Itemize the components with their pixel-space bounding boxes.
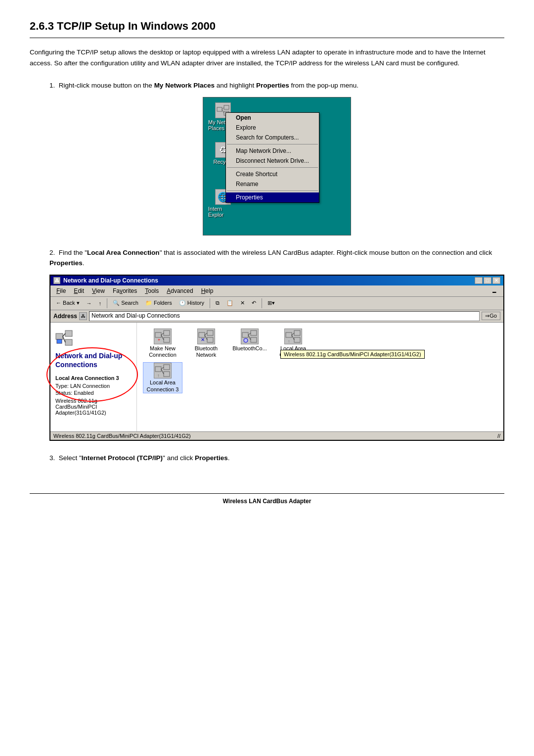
copy-button[interactable]: ⧉	[213, 299, 222, 307]
context-menu-open[interactable]: Open	[226, 113, 319, 123]
menu-advanced[interactable]: Advanced	[163, 286, 197, 295]
icon-bluetooth-co[interactable]: BluetoothCo...	[230, 329, 269, 358]
svg-rect-13	[164, 337, 170, 342]
address-label: Address	[53, 313, 77, 320]
page-footer: Wireless LAN CardBus Adapter	[30, 493, 504, 505]
svg-line-32	[292, 333, 294, 335]
context-menu-map[interactable]: Map Network Drive...	[226, 146, 319, 156]
step-3-text: 3. Select "Internet Protocol (TCP/IP)" a…	[49, 453, 504, 464]
svg-line-33	[292, 335, 294, 340]
svg-rect-31	[294, 337, 300, 342]
section-divider	[30, 38, 504, 38]
restore-button[interactable]: □	[484, 277, 491, 284]
context-menu-search[interactable]: Search for Computers...	[226, 133, 319, 142]
sidebar-title: Network and Dial-up Connections	[55, 351, 132, 369]
connection-tooltip: Wireless 802.11g CardBus/MiniPCI Adapter…	[280, 350, 425, 359]
icon-make-new-connection[interactable]: + Make NewConnection	[143, 329, 182, 358]
back-button[interactable]: ← Back ▾	[53, 299, 82, 307]
menu-edit[interactable]: Edit	[70, 286, 88, 295]
svg-rect-11	[155, 332, 161, 337]
step-1: 1. Right-click mouse button on the My Ne…	[49, 80, 504, 236]
svg-line-14	[161, 333, 164, 335]
dialog-title-bar: 🖧 Network and Dial-up Connections _ □ ✕	[50, 276, 503, 285]
local-area-connection-3-label: Local AreaConnection 3	[147, 379, 179, 392]
dialog-statusbar: Wireless 802.11g CardBus/MiniPCI Adapter…	[50, 431, 503, 440]
close-button[interactable]: ✕	[492, 277, 500, 284]
network-connections-dialog: 🖧 Network and Dial-up Connections _ □ ✕ …	[49, 275, 504, 441]
svg-line-38	[161, 367, 164, 369]
menu-tools[interactable]: Tools	[141, 286, 163, 295]
svg-line-4	[222, 109, 224, 113]
svg-rect-25	[251, 337, 257, 342]
dialog-sidebar: Network and Dial-up Connections Local Ar…	[50, 323, 137, 431]
statusbar-resize: //	[497, 433, 500, 439]
svg-rect-36	[164, 365, 170, 370]
undo-button[interactable]: ↶	[249, 299, 259, 307]
toolbar-sep2	[210, 298, 210, 308]
svg-rect-6	[65, 331, 72, 336]
sidebar-connection-name: Local Area Connection 3	[55, 375, 132, 381]
sidebar-main-icon	[55, 329, 132, 347]
svg-text:+: +	[158, 337, 160, 342]
views-button[interactable]: ⊞▾	[265, 299, 277, 307]
minimize-button[interactable]: _	[475, 277, 483, 284]
internet-label: Intern Explor	[208, 206, 238, 218]
menu-file[interactable]: File	[52, 286, 70, 295]
svg-rect-12	[164, 331, 170, 335]
svg-rect-24	[251, 331, 257, 335]
context-menu: Open Explore Search for Computers... Map…	[225, 112, 319, 203]
context-menu-sep1	[227, 144, 318, 144]
sidebar-type: Type: LAN Connection	[55, 383, 132, 389]
step-2: 2. Find the "Local Area Connection" that…	[49, 247, 504, 441]
statusbar-text: Wireless 802.11g CardBus/MiniPCI Adapter…	[53, 433, 191, 439]
svg-line-20	[205, 333, 207, 335]
context-menu-sep2	[227, 167, 318, 168]
icon-bluetooth-network[interactable]: ✕ BluetoothNetwork	[186, 329, 226, 358]
svg-text:↑: ↑	[288, 339, 290, 343]
step-1-text: 1. Right-click mouse button on the My Ne…	[49, 80, 504, 91]
step-3: 3. Select "Internet Protocol (TCP/IP)" a…	[49, 453, 504, 464]
go-button[interactable]: ⇒Go	[482, 312, 500, 320]
svg-rect-0	[217, 107, 222, 111]
context-menu-sep3	[227, 190, 318, 191]
dialog-title-text: Network and Dial-up Connections	[63, 277, 158, 284]
context-menu-rename[interactable]: Rename	[226, 179, 319, 189]
context-menu-shortcut[interactable]: Create Shortcut	[226, 169, 319, 179]
up-button[interactable]: ↑	[96, 299, 104, 307]
menu-view[interactable]: View	[88, 286, 109, 295]
svg-rect-10	[57, 339, 62, 343]
context-menu-disconnect[interactable]: Disconnect Network Drive...	[226, 156, 319, 166]
step-2-number: 2.	[49, 249, 55, 256]
forward-button[interactable]: →	[84, 299, 94, 307]
svg-rect-37	[164, 372, 170, 377]
svg-rect-23	[242, 332, 248, 337]
menu-help[interactable]: Help	[197, 286, 218, 295]
search-button[interactable]: 🔍 Search	[110, 299, 141, 307]
bluetooth-network-label: BluetoothNetwork	[195, 345, 218, 358]
svg-line-26	[248, 333, 251, 335]
svg-rect-18	[207, 331, 213, 335]
svg-point-28	[244, 338, 248, 342]
step-1-number: 1.	[49, 82, 55, 89]
delete-button[interactable]: ✕	[238, 299, 247, 307]
dialog-content: Network and Dial-up Connections Local Ar…	[50, 323, 503, 431]
svg-line-39	[161, 369, 164, 374]
toolbar-sep1	[107, 298, 107, 308]
icon-local-area-connection-3[interactable]: ↑ Local AreaConnection 3	[143, 362, 182, 393]
make-new-connection-icon: +	[154, 329, 172, 344]
section-title: 2.6.3 TCP/IP Setup In Windows 2000	[30, 20, 504, 33]
paste-button[interactable]: 📋	[224, 299, 236, 307]
context-menu-properties[interactable]: Properties	[226, 192, 319, 202]
svg-rect-35	[155, 367, 161, 372]
context-menu-explore[interactable]: Explore	[226, 123, 319, 133]
address-icon: 🖧	[79, 312, 87, 320]
svg-line-9	[63, 336, 65, 342]
svg-text:↑: ↑	[157, 373, 160, 378]
menu-icon-right: 🗕	[488, 286, 501, 295]
intro-paragraph: Configuring the TCP/IP setup allows the …	[30, 47, 504, 68]
folders-button[interactable]: 📁 Folders	[143, 299, 175, 307]
menu-favorites[interactable]: Favorites	[109, 286, 141, 295]
address-input[interactable]: Network and Dial-up Connections	[89, 311, 480, 321]
svg-rect-19	[207, 337, 213, 342]
history-button[interactable]: 🕐 History	[177, 299, 207, 307]
